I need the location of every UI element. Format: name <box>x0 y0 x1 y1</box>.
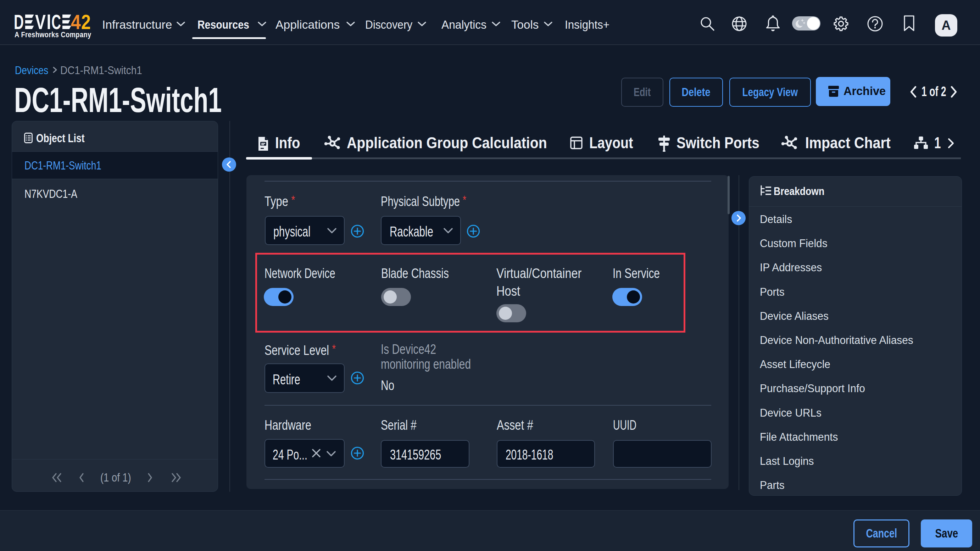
svg-text:V: V <box>35 13 46 30</box>
svg-text:2: 2 <box>81 13 91 30</box>
svg-text:D: D <box>14 13 24 30</box>
svg-text:4: 4 <box>71 13 81 30</box>
svg-text:C: C <box>51 13 61 30</box>
